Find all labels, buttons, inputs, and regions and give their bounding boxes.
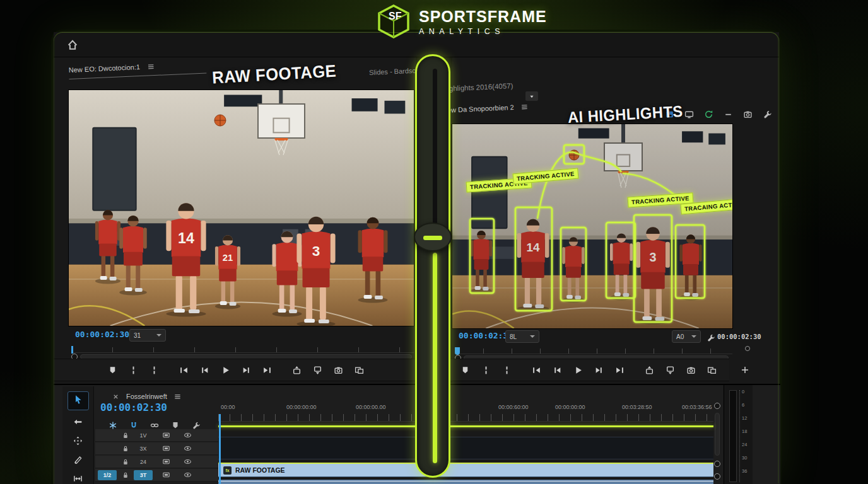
scroll-knob-mid[interactable] <box>714 461 720 467</box>
add-marker-button[interactable] <box>107 364 119 376</box>
razor-tool[interactable] <box>73 455 83 467</box>
play-button[interactable] <box>572 364 585 376</box>
export-frame-icon[interactable] <box>741 108 754 120</box>
comparison-view-button[interactable] <box>353 364 366 376</box>
settings-icon[interactable] <box>761 108 773 120</box>
track-output-icon[interactable] <box>160 429 172 442</box>
ruler-timecode: 00:00:60:00 <box>498 404 529 410</box>
slip-tool[interactable] <box>73 474 83 484</box>
timeline-tab[interactable]: Fosselrinweft <box>109 390 184 403</box>
scroll-knob-top[interactable] <box>714 403 720 409</box>
right-fit-select[interactable]: A0 <box>672 330 701 343</box>
ai-highlights-title: AI HIGHLIGHTS <box>567 102 683 127</box>
track-name[interactable]: 24 <box>134 459 153 465</box>
left-scrub-ruler[interactable] <box>71 347 414 353</box>
program-monitor-tab[interactable]: New Da Snopoorbien 2 <box>442 100 531 117</box>
dual-monitor-icon[interactable] <box>683 108 695 120</box>
project-label[interactable]: Highlights 2016(4057) <box>442 82 513 93</box>
right-zoom-select[interactable]: 8L <box>505 330 539 343</box>
go-to-out-button[interactable] <box>614 364 626 376</box>
lift-button[interactable] <box>291 364 303 376</box>
mark-out-button[interactable] <box>148 364 161 376</box>
right-playhead[interactable] <box>455 347 460 355</box>
eye-icon[interactable] <box>181 456 194 468</box>
mark-in-button[interactable] <box>480 364 493 376</box>
mark-out-button[interactable] <box>501 364 513 376</box>
eye-icon[interactable] <box>181 442 194 455</box>
timeline-playhead[interactable] <box>219 414 221 484</box>
home-icon[interactable] <box>66 38 79 51</box>
comparison-view-button[interactable] <box>706 364 718 376</box>
mark-in-button[interactable] <box>127 364 140 376</box>
selection-tool[interactable] <box>67 391 89 410</box>
extract-button[interactable] <box>664 364 677 376</box>
svg-text:3: 3 <box>312 243 320 259</box>
right-duration: 00:00:02:30 <box>717 333 761 340</box>
export-frame-button[interactable] <box>332 364 345 376</box>
track-header-3X: 3X <box>95 442 219 455</box>
track-select-tool[interactable] <box>73 417 83 429</box>
track-output-icon[interactable] <box>160 456 172 468</box>
left-zoom-select[interactable]: 31 <box>129 329 166 342</box>
right-scrub-ruler[interactable] <box>455 349 732 354</box>
step-forward-button[interactable] <box>593 364 606 376</box>
ai-highlights-video[interactable]: 143 TRACKING ACTIVETRACKING ACTIVETRACKI… <box>452 124 732 328</box>
lock-icon[interactable] <box>119 429 132 442</box>
lock-icon[interactable] <box>119 456 132 468</box>
add-button[interactable] <box>739 364 751 376</box>
lock-icon[interactable] <box>119 442 132 455</box>
eye-icon[interactable] <box>181 429 194 442</box>
step-back-button[interactable] <box>551 364 564 376</box>
clip-audio[interactable] <box>218 479 713 484</box>
go-to-in-button[interactable] <box>178 364 191 376</box>
timeline-timecode[interactable]: 00:00:02:30 <box>100 401 167 413</box>
track-name[interactable]: 1V <box>134 432 153 439</box>
clip-raw-footage[interactable]: fx RAW FOOTAGE <box>218 463 713 477</box>
slider-track-top <box>433 69 437 233</box>
extract-button[interactable] <box>312 364 324 376</box>
raw-footage-video[interactable]: 14213 <box>69 90 414 326</box>
track-target[interactable]: 3T <box>134 470 153 480</box>
minimize-icon[interactable] <box>722 108 734 120</box>
source-patch[interactable]: 1/2 <box>98 470 117 480</box>
sync-icon[interactable] <box>702 108 715 120</box>
track-name[interactable]: 3X <box>134 446 153 452</box>
project-dropdown-button[interactable] <box>525 91 538 101</box>
left-timecode[interactable]: 00:00:02:30 <box>75 330 129 339</box>
lift-button[interactable] <box>643 364 656 376</box>
play-button[interactable] <box>220 364 232 376</box>
close-icon[interactable] <box>109 390 122 403</box>
scroll-knob-bottom[interactable] <box>714 473 720 480</box>
chevron-down-icon <box>530 335 535 338</box>
video-track-clip-dark[interactable] <box>218 437 713 459</box>
program-monitor-tab-label: New Da Snopoorbien 2 <box>442 103 514 114</box>
panel-menu-icon[interactable] <box>518 100 531 113</box>
panel-menu-icon[interactable] <box>144 60 157 73</box>
go-to-in-button[interactable] <box>531 364 543 376</box>
lock-icon[interactable] <box>119 469 132 481</box>
meter-db-label: 36 <box>742 468 747 474</box>
panel-menu-icon[interactable] <box>172 390 184 403</box>
timeline-ruler[interactable]: 00:0000:00:00:0000:00:00.0000:00:60:0000… <box>218 404 713 414</box>
comparison-slider[interactable] <box>415 54 450 478</box>
add-marker-button[interactable] <box>459 364 472 376</box>
left-playhead[interactable] <box>71 346 73 354</box>
step-forward-button[interactable] <box>240 364 253 376</box>
go-to-out-button[interactable] <box>261 364 274 376</box>
track-output-icon[interactable] <box>160 469 172 481</box>
eye-icon[interactable] <box>181 469 194 481</box>
timeline-vscrollbar[interactable] <box>715 413 720 456</box>
slider-handle-bar <box>423 236 442 240</box>
move-tool[interactable] <box>73 436 83 448</box>
panel-knob[interactable] <box>745 346 750 351</box>
settings-wrench-icon[interactable] <box>705 331 717 344</box>
track-output-icon[interactable] <box>160 442 172 455</box>
brand-name: SPORTSFRAME <box>419 8 547 26</box>
fx-badge: fx <box>223 466 232 475</box>
ruler-timecode: 00:00:00:00 <box>286 404 317 410</box>
comparison-slider-handle[interactable] <box>414 222 452 251</box>
step-back-button[interactable] <box>199 364 211 376</box>
source-monitor-tab[interactable]: New EO: Dwcotocion:1 <box>68 58 206 79</box>
export-frame-button[interactable] <box>685 364 698 376</box>
left-transport-controls <box>54 359 418 381</box>
